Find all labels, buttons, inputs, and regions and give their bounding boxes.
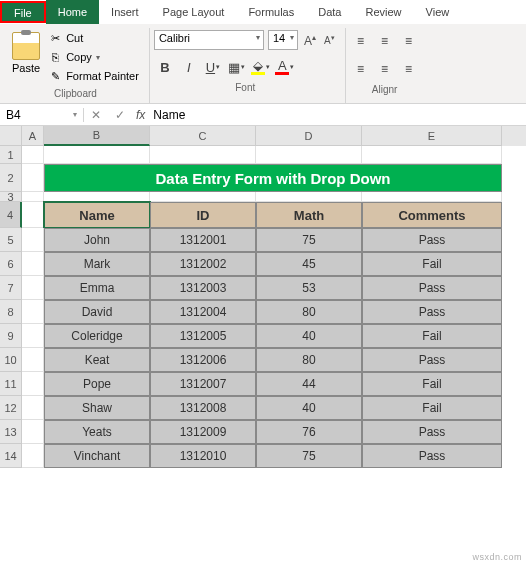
tab-file[interactable]: File: [0, 1, 46, 23]
increase-font-icon[interactable]: A▴: [302, 33, 318, 48]
cell-comments[interactable]: Pass: [362, 276, 502, 300]
row-header[interactable]: 4: [0, 202, 22, 228]
row-header[interactable]: 11: [0, 372, 22, 396]
cell-name[interactable]: John: [44, 228, 150, 252]
tab-formulas[interactable]: Formulas: [236, 0, 306, 24]
cell-id[interactable]: 1312005: [150, 324, 256, 348]
row-header[interactable]: 3: [0, 192, 22, 202]
row-header[interactable]: 10: [0, 348, 22, 372]
cell-comments[interactable]: Pass: [362, 420, 502, 444]
cell-name[interactable]: Vinchant: [44, 444, 150, 468]
paste-button[interactable]: Paste: [10, 30, 42, 76]
cell-id[interactable]: 1312002: [150, 252, 256, 276]
row-header[interactable]: 6: [0, 252, 22, 276]
row-header[interactable]: 7: [0, 276, 22, 300]
cell-name[interactable]: Shaw: [44, 396, 150, 420]
cell-id[interactable]: 1312008: [150, 396, 256, 420]
col-header[interactable]: D: [256, 126, 362, 146]
cell-name[interactable]: Yeats: [44, 420, 150, 444]
row-header[interactable]: 2: [0, 164, 22, 192]
enter-icon[interactable]: ✓: [112, 108, 128, 122]
underline-button[interactable]: U▾: [202, 56, 224, 78]
col-header[interactable]: A: [22, 126, 44, 146]
cell-id[interactable]: 1312004: [150, 300, 256, 324]
cancel-icon[interactable]: ✕: [88, 108, 104, 122]
cell-comments[interactable]: Pass: [362, 300, 502, 324]
cell-id[interactable]: 1312009: [150, 420, 256, 444]
row-header[interactable]: 1: [0, 146, 22, 164]
cell-math[interactable]: 40: [256, 396, 362, 420]
align-middle-button[interactable]: ≡: [374, 30, 396, 52]
cell-name[interactable]: David: [44, 300, 150, 324]
align-right-button[interactable]: ≡: [398, 58, 420, 80]
cell-comments[interactable]: Pass: [362, 348, 502, 372]
align-left-button[interactable]: ≡: [350, 58, 372, 80]
col-header[interactable]: B: [44, 126, 150, 146]
table-row: David131200480Pass: [22, 300, 526, 324]
cell-id[interactable]: 1312001: [150, 228, 256, 252]
cell-comments[interactable]: Pass: [362, 228, 502, 252]
align-top-button[interactable]: ≡: [350, 30, 372, 52]
select-all-corner[interactable]: [0, 126, 22, 146]
cell-comments[interactable]: Fail: [362, 324, 502, 348]
cell-name[interactable]: Pope: [44, 372, 150, 396]
name-box[interactable]: B4: [0, 108, 84, 122]
table-header-math[interactable]: Math: [256, 202, 362, 228]
bold-button[interactable]: B: [154, 56, 176, 78]
tab-data[interactable]: Data: [306, 0, 353, 24]
row-header[interactable]: 8: [0, 300, 22, 324]
row-header[interactable]: 12: [0, 396, 22, 420]
cells-area[interactable]: Data Entry Form with Drop Down Name ID M…: [22, 146, 526, 468]
cell-name[interactable]: Keat: [44, 348, 150, 372]
cell-math[interactable]: 53: [256, 276, 362, 300]
cell-comments[interactable]: Pass: [362, 444, 502, 468]
table-header-name[interactable]: Name: [44, 202, 150, 228]
banner-title[interactable]: Data Entry Form with Drop Down: [44, 164, 502, 192]
cell-math[interactable]: 40: [256, 324, 362, 348]
cell-name[interactable]: Mark: [44, 252, 150, 276]
row-header[interactable]: 14: [0, 444, 22, 468]
cell-math[interactable]: 45: [256, 252, 362, 276]
table-header-id[interactable]: ID: [150, 202, 256, 228]
italic-button[interactable]: I: [178, 56, 200, 78]
cut-button[interactable]: ✂ Cut: [46, 30, 141, 46]
copy-button[interactable]: ⎘ Copy ▾: [46, 49, 141, 65]
font-color-button[interactable]: A▾: [274, 56, 296, 78]
cell-math[interactable]: 44: [256, 372, 362, 396]
row-header[interactable]: 5: [0, 228, 22, 252]
decrease-font-icon[interactable]: A▾: [322, 34, 337, 46]
cell-id[interactable]: 1312007: [150, 372, 256, 396]
cell-comments[interactable]: Fail: [362, 252, 502, 276]
row-header[interactable]: 9: [0, 324, 22, 348]
cell-comments[interactable]: Fail: [362, 396, 502, 420]
tab-page-layout[interactable]: Page Layout: [151, 0, 237, 24]
row-header[interactable]: 13: [0, 420, 22, 444]
align-center-button[interactable]: ≡: [374, 58, 396, 80]
borders-button[interactable]: ▦▾: [226, 56, 248, 78]
tab-view[interactable]: View: [414, 0, 462, 24]
cell-math[interactable]: 80: [256, 348, 362, 372]
fx-icon[interactable]: fx: [136, 108, 145, 122]
cell-comments[interactable]: Fail: [362, 372, 502, 396]
format-painter-button[interactable]: ✎ Format Painter: [46, 68, 141, 84]
cell-math[interactable]: 75: [256, 228, 362, 252]
cell-name[interactable]: Coleridge: [44, 324, 150, 348]
cell-id[interactable]: 1312006: [150, 348, 256, 372]
font-name-combo[interactable]: Calibri: [154, 30, 264, 50]
cell-id[interactable]: 1312003: [150, 276, 256, 300]
cell-math[interactable]: 76: [256, 420, 362, 444]
cell-id[interactable]: 1312010: [150, 444, 256, 468]
col-header[interactable]: C: [150, 126, 256, 146]
font-size-combo[interactable]: 14: [268, 30, 298, 50]
tab-review[interactable]: Review: [353, 0, 413, 24]
fill-color-button[interactable]: ⬙▾: [250, 56, 272, 78]
cell-name[interactable]: Emma: [44, 276, 150, 300]
align-bottom-button[interactable]: ≡: [398, 30, 420, 52]
col-header[interactable]: E: [362, 126, 502, 146]
formula-input[interactable]: Name: [153, 108, 522, 122]
cell-math[interactable]: 80: [256, 300, 362, 324]
tab-insert[interactable]: Insert: [99, 0, 151, 24]
cell-math[interactable]: 75: [256, 444, 362, 468]
table-header-comments[interactable]: Comments: [362, 202, 502, 228]
tab-home[interactable]: Home: [46, 0, 99, 24]
